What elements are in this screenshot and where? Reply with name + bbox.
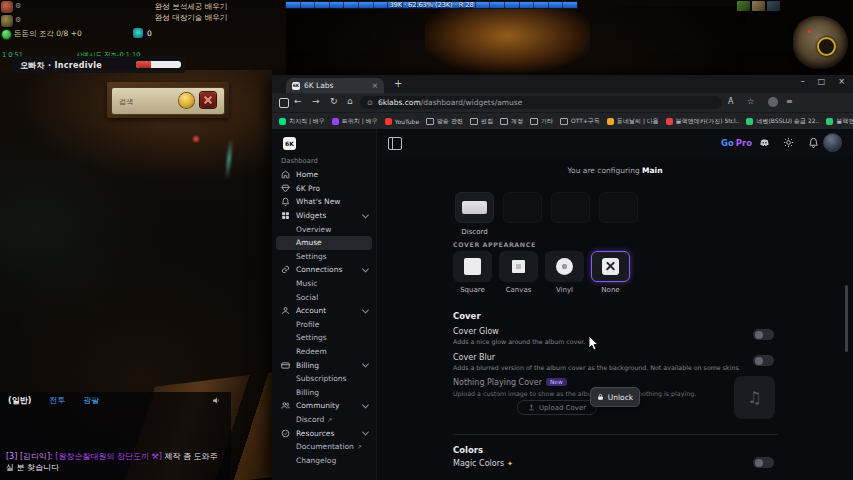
chat-tab-trade[interactable]: 광팔 bbox=[83, 395, 99, 406]
sidebar-item-changelog[interactable]: Changelog bbox=[272, 453, 377, 467]
sidebar-item-community[interactable]: Community bbox=[272, 399, 377, 413]
browser-profile-avatar[interactable] bbox=[768, 97, 778, 107]
source-tile-ghost[interactable] bbox=[551, 192, 590, 223]
minimap-clock-icon[interactable] bbox=[817, 37, 836, 56]
bookmark[interactable]: YouTube bbox=[385, 118, 419, 125]
cover-glow-toggle[interactable] bbox=[753, 329, 774, 340]
address-bar[interactable]: ⊙ 6klabs.com /dashboard/widgets/amuse bbox=[360, 96, 722, 109]
notifications-bell-icon[interactable] bbox=[808, 137, 819, 148]
folder-icon bbox=[470, 118, 478, 125]
sidebar-item-discord[interactable]: Discord↗ bbox=[272, 413, 377, 427]
magic-colors-toggle[interactable] bbox=[753, 457, 774, 468]
sidebar-item-amuse[interactable]: Amuse bbox=[276, 236, 372, 250]
sidebar-item-connections[interactable]: Connections bbox=[272, 263, 377, 277]
tab-close-icon[interactable]: × bbox=[372, 81, 378, 90]
bookmark-favicon bbox=[746, 118, 753, 125]
chat-item-link[interactable]: [왕창순찰대원의 장단도끼 ⚒] bbox=[55, 452, 162, 461]
home-button[interactable]: ⌂ bbox=[347, 97, 353, 107]
sidebar-item-widgets[interactable]: Widgets bbox=[272, 209, 377, 223]
folder-icon bbox=[426, 118, 434, 125]
bookmark-folder[interactable]: 편집 bbox=[470, 117, 493, 126]
search-bar[interactable]: 검색 bbox=[111, 87, 225, 115]
gold-coin-button[interactable] bbox=[179, 93, 194, 108]
source-tile-ghost[interactable] bbox=[599, 192, 638, 223]
appearance-option-vinyl[interactable] bbox=[545, 251, 584, 282]
bookmark[interactable]: 블랙앤데카(가진) 5tcl.. bbox=[666, 117, 740, 126]
sidebar-item-profile[interactable]: Profile bbox=[272, 318, 377, 332]
quest-objective-2[interactable]: 완성 대장기술 배우기 bbox=[96, 13, 286, 23]
buff-icon-2[interactable] bbox=[1, 15, 13, 27]
buff-icon-1[interactable] bbox=[1, 1, 13, 13]
user-avatar[interactable] bbox=[823, 133, 842, 152]
search-input[interactable]: 검색 bbox=[119, 97, 133, 107]
sidebar-item-redeem[interactable]: Redeem bbox=[272, 345, 377, 359]
bookmark[interactable]: 네벤(BSSLU) 송금 22.. bbox=[746, 117, 819, 126]
sidebar-item-widget-settings[interactable]: Settings bbox=[272, 250, 377, 264]
unlock-button[interactable]: Unlock bbox=[590, 387, 640, 407]
sidebar-item-resources[interactable]: Resources bbox=[272, 426, 377, 440]
appearance-option-square[interactable] bbox=[453, 251, 492, 282]
chat-tab-combat[interactable]: 전투 bbox=[49, 395, 65, 406]
bookmark[interactable]: 치지직 | 배우 bbox=[279, 117, 325, 126]
chat-tab-general[interactable]: (일반) bbox=[8, 395, 31, 406]
appearance-option-canvas[interactable] bbox=[499, 251, 538, 282]
target-frame[interactable]: 오빠차 · Incredivle bbox=[12, 56, 185, 73]
browser-tab[interactable]: 6K 6K Labs × bbox=[286, 78, 384, 93]
sidebar-item-6k-pro[interactable]: 6K Pro bbox=[272, 182, 377, 196]
sidebar-item-billing[interactable]: Billing bbox=[272, 358, 377, 372]
page-scrollbar[interactable] bbox=[845, 285, 848, 352]
bookmark-favicon bbox=[826, 118, 833, 125]
sidebar-toggle-icon[interactable] bbox=[388, 137, 402, 150]
source-tile-ghost[interactable] bbox=[503, 192, 542, 223]
bookmark-star-icon[interactable]: ☆ bbox=[747, 97, 754, 107]
album-art-preview bbox=[462, 201, 487, 214]
sidebar-item-whats-new[interactable]: What's New bbox=[272, 195, 377, 209]
close-x-button[interactable] bbox=[200, 92, 216, 108]
bookmark[interactable]: 트위치 | 배우 bbox=[332, 117, 378, 126]
app-logo[interactable]: 6K bbox=[283, 137, 296, 150]
go-pro-button[interactable]: GoPro bbox=[721, 138, 752, 148]
tab-search-icon[interactable] bbox=[279, 98, 289, 108]
translate-icon[interactable]: A bbox=[728, 97, 733, 107]
reload-button[interactable]: ↻ bbox=[330, 97, 338, 107]
bookmark-folder[interactable]: 계정 bbox=[500, 117, 523, 126]
maximize-button[interactable]: □ bbox=[818, 77, 826, 86]
source-tile-discord[interactable] bbox=[455, 192, 494, 223]
bookmark-folder[interactable]: 기타 bbox=[530, 117, 553, 126]
discord-icon[interactable] bbox=[759, 137, 770, 148]
theme-sun-icon[interactable] bbox=[783, 137, 794, 148]
minimap[interactable] bbox=[745, 0, 853, 75]
back-button[interactable]: ← bbox=[294, 97, 302, 107]
minimize-button[interactable]: – bbox=[801, 77, 805, 86]
sidebar-item-overview[interactable]: Overview bbox=[272, 222, 377, 236]
target-health-bar bbox=[136, 61, 181, 68]
site-info-icon[interactable]: ⊙ bbox=[367, 99, 373, 107]
sidebar-item-social[interactable]: Social bbox=[272, 290, 377, 304]
sidebar-item-music[interactable]: Music bbox=[272, 277, 377, 291]
bookmark[interactable]: 블랙앤데거 GHSMP23.. bbox=[826, 117, 853, 126]
cover-blur-toggle[interactable] bbox=[753, 355, 774, 366]
sidebar-item-home[interactable]: Home bbox=[272, 168, 377, 182]
bookmark-favicon bbox=[279, 118, 286, 125]
bookmark-folder[interactable]: 방송 관련 bbox=[426, 117, 463, 126]
target-health-fill bbox=[136, 61, 151, 68]
sidebar-item-subscriptions[interactable]: Subscriptions bbox=[272, 372, 377, 386]
sidebar-item-account-settings[interactable]: Settings bbox=[272, 331, 377, 345]
sidebar-item-documentation[interactable]: Documentation↗ bbox=[272, 440, 377, 454]
sidebar-item-account[interactable]: Account bbox=[272, 304, 377, 318]
quest-objective-1[interactable]: 완성 보석세공 배우기 bbox=[96, 2, 286, 12]
menu-icon[interactable]: ≡ bbox=[786, 97, 793, 107]
upload-icon bbox=[528, 404, 535, 411]
new-tab-button[interactable]: + bbox=[394, 78, 402, 89]
bookmark[interactable]: 동네날씨 | 다음 bbox=[607, 117, 659, 126]
sidebar-item-billing-sub[interactable]: Billing bbox=[272, 386, 377, 400]
close-button[interactable]: × bbox=[838, 77, 845, 86]
speaker-icon[interactable] bbox=[212, 396, 221, 405]
upload-cover-button[interactable]: Upload Cover bbox=[517, 400, 597, 415]
chat-window[interactable]: (일반) 전투 광팔 [3] [김다익]: [왕창순찰대원의 장단도끼 ⚒] 제… bbox=[0, 392, 231, 480]
currency-icon bbox=[133, 28, 143, 38]
forward-button[interactable]: → bbox=[312, 97, 320, 107]
bookmark-folder[interactable]: OTT+구독 bbox=[560, 117, 600, 126]
nothing-playing-preview: ♫ bbox=[734, 376, 775, 419]
appearance-option-none-selected[interactable] bbox=[591, 251, 630, 282]
